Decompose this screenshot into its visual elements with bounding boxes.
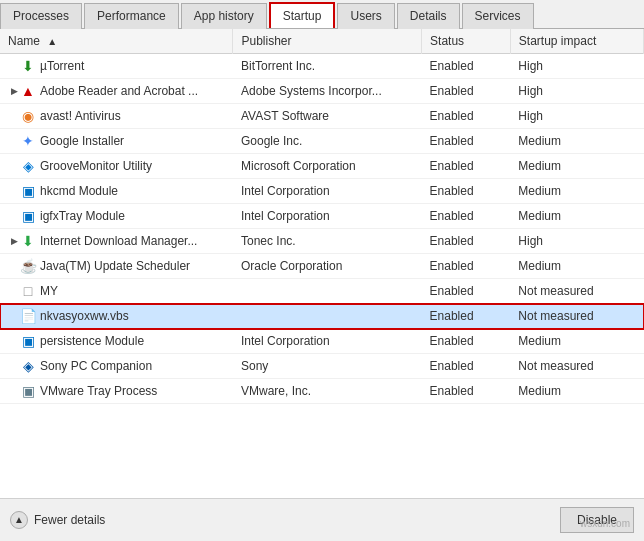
cell-status: Enabled bbox=[422, 129, 511, 154]
cell-impact: Medium bbox=[510, 154, 643, 179]
adobe-icon: ▲ bbox=[20, 83, 36, 99]
table-row[interactable]: ◈GrooveMonitor UtilityMicrosoft Corporat… bbox=[0, 154, 644, 179]
app-name: Java(TM) Update Scheduler bbox=[40, 259, 190, 273]
tab-details[interactable]: Details bbox=[397, 3, 460, 29]
col-publisher[interactable]: Publisher bbox=[233, 29, 422, 54]
col-name[interactable]: Name ▲ bbox=[0, 29, 233, 54]
cell-impact: High bbox=[510, 54, 643, 79]
cell-publisher bbox=[233, 304, 422, 329]
app-name: nkvasyoxww.vbs bbox=[40, 309, 129, 323]
app-name: igfxTray Module bbox=[40, 209, 125, 223]
vmware-icon: ▣ bbox=[20, 383, 36, 399]
table-row[interactable]: ☕Java(TM) Update SchedulerOracle Corpora… bbox=[0, 254, 644, 279]
cell-impact: Medium bbox=[510, 329, 643, 354]
fewer-details-label: Fewer details bbox=[34, 513, 105, 527]
table-row[interactable]: ▣igfxTray ModuleIntel CorporationEnabled… bbox=[0, 204, 644, 229]
cell-impact: High bbox=[510, 104, 643, 129]
app-name: persistence Module bbox=[40, 334, 144, 348]
cell-publisher: Intel Corporation bbox=[233, 179, 422, 204]
cell-status: Enabled bbox=[422, 204, 511, 229]
table-row[interactable]: ◈Sony PC CompanionSonyEnabledNot measure… bbox=[0, 354, 644, 379]
cell-status: Enabled bbox=[422, 79, 511, 104]
torrent-icon: ⬇ bbox=[20, 58, 36, 74]
bottom-bar: ▲ Fewer details Disable wsxdn.com bbox=[0, 498, 644, 540]
table-row[interactable]: □MYEnabledNot measured bbox=[0, 279, 644, 304]
expand-icon[interactable]: ▶ bbox=[8, 236, 20, 246]
app-name: GrooveMonitor Utility bbox=[40, 159, 152, 173]
intel-icon: ▣ bbox=[20, 333, 36, 349]
app-name: Internet Download Manager... bbox=[40, 234, 197, 248]
col-status[interactable]: Status bbox=[422, 29, 511, 54]
cell-status: Enabled bbox=[422, 329, 511, 354]
cell-impact: Medium bbox=[510, 379, 643, 404]
tab-app-history[interactable]: App history bbox=[181, 3, 267, 29]
chevron-up-icon: ▲ bbox=[10, 511, 28, 529]
cell-impact: Not measured bbox=[510, 279, 643, 304]
table-row[interactable]: ✦Google InstallerGoogle Inc.EnabledMediu… bbox=[0, 129, 644, 154]
cell-impact: Medium bbox=[510, 254, 643, 279]
cell-impact: High bbox=[510, 229, 643, 254]
watermark: wsxdn.com bbox=[580, 518, 630, 529]
cell-status: Enabled bbox=[422, 229, 511, 254]
tab-services[interactable]: Services bbox=[462, 3, 534, 29]
app-name: Sony PC Companion bbox=[40, 359, 152, 373]
cell-publisher: Google Inc. bbox=[233, 129, 422, 154]
cell-publisher: BitTorrent Inc. bbox=[233, 54, 422, 79]
cell-name: ✦Google Installer bbox=[0, 129, 233, 154]
table-header: Name ▲ Publisher Status Startup impact bbox=[0, 29, 644, 54]
table-row[interactable]: ⬇µTorrentBitTorrent Inc.EnabledHigh bbox=[0, 54, 644, 79]
cell-publisher bbox=[233, 279, 422, 304]
table-row[interactable]: ▣persistence ModuleIntel CorporationEnab… bbox=[0, 329, 644, 354]
cell-status: Enabled bbox=[422, 104, 511, 129]
cell-status: Enabled bbox=[422, 354, 511, 379]
vbs-icon: 📄 bbox=[20, 308, 36, 324]
fewer-details-btn[interactable]: ▲ Fewer details bbox=[10, 511, 105, 529]
table-row[interactable]: 📄nkvasyoxww.vbsEnabledNot measured bbox=[0, 304, 644, 329]
table-container: Name ▲ Publisher Status Startup impact ⬇… bbox=[0, 29, 644, 498]
col-impact[interactable]: Startup impact bbox=[510, 29, 643, 54]
tab-processes[interactable]: Processes bbox=[0, 3, 82, 29]
col-status-label: Status bbox=[430, 34, 464, 48]
table-body: ⬇µTorrentBitTorrent Inc.EnabledHigh▶▲Ado… bbox=[0, 54, 644, 404]
cell-status: Enabled bbox=[422, 179, 511, 204]
cell-name: ◉avast! Antivirus bbox=[0, 104, 233, 129]
tab-performance[interactable]: Performance bbox=[84, 3, 179, 29]
col-publisher-label: Publisher bbox=[241, 34, 291, 48]
cell-name: ▣igfxTray Module bbox=[0, 204, 233, 229]
cell-publisher: Intel Corporation bbox=[233, 329, 422, 354]
sort-arrow: ▲ bbox=[47, 36, 57, 47]
cell-impact: Medium bbox=[510, 129, 643, 154]
avast-icon: ◉ bbox=[20, 108, 36, 124]
cell-name: 📄nkvasyoxww.vbs bbox=[0, 304, 233, 329]
expand-icon[interactable]: ▶ bbox=[8, 86, 20, 96]
idm-icon: ⬇ bbox=[20, 233, 36, 249]
tab-startup[interactable]: Startup bbox=[269, 2, 336, 28]
cell-status: Enabled bbox=[422, 254, 511, 279]
google-icon: ✦ bbox=[20, 133, 36, 149]
table-row[interactable]: ▣VMware Tray ProcessVMware, Inc.EnabledM… bbox=[0, 379, 644, 404]
cell-name: ☕Java(TM) Update Scheduler bbox=[0, 254, 233, 279]
cell-status: Enabled bbox=[422, 304, 511, 329]
app-name: µTorrent bbox=[40, 59, 84, 73]
cell-name: ▣VMware Tray Process bbox=[0, 379, 233, 404]
cell-impact: Medium bbox=[510, 204, 643, 229]
startup-table: Name ▲ Publisher Status Startup impact ⬇… bbox=[0, 29, 644, 404]
cell-status: Enabled bbox=[422, 379, 511, 404]
cell-impact: High bbox=[510, 79, 643, 104]
cell-publisher: AVAST Software bbox=[233, 104, 422, 129]
cell-status: Enabled bbox=[422, 154, 511, 179]
cell-publisher: Sony bbox=[233, 354, 422, 379]
cell-publisher: Microsoft Corporation bbox=[233, 154, 422, 179]
table-row[interactable]: ▶▲Adobe Reader and Acrobat ...Adobe Syst… bbox=[0, 79, 644, 104]
table-row[interactable]: ◉avast! AntivirusAVAST SoftwareEnabledHi… bbox=[0, 104, 644, 129]
tab-users[interactable]: Users bbox=[337, 3, 394, 29]
cell-name: ▣persistence Module bbox=[0, 329, 233, 354]
table-row[interactable]: ▶⬇Internet Download Manager...Tonec Inc.… bbox=[0, 229, 644, 254]
table-row[interactable]: ▣hkcmd ModuleIntel CorporationEnabledMed… bbox=[0, 179, 644, 204]
java-icon: ☕ bbox=[20, 258, 36, 274]
cell-publisher: Intel Corporation bbox=[233, 204, 422, 229]
app-name: Adobe Reader and Acrobat ... bbox=[40, 84, 198, 98]
app-name: avast! Antivirus bbox=[40, 109, 121, 123]
app-name: Google Installer bbox=[40, 134, 124, 148]
col-impact-label: Startup impact bbox=[519, 34, 596, 48]
